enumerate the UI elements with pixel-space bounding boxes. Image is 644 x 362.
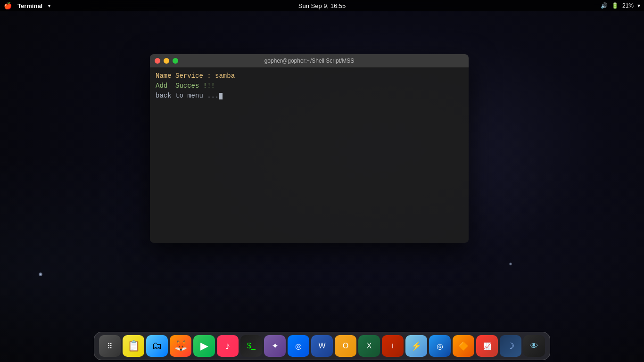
dock-icon-chart[interactable]: 📈 xyxy=(476,335,498,357)
terminal-window: gopher@gopher:~/Shell Script/MSS Name Se… xyxy=(150,54,469,243)
dock-icon-blue-app[interactable]: ☽ xyxy=(500,335,521,357)
menubar-datetime: Sun Sep 9, 16:55 xyxy=(298,2,346,9)
terminal-cursor xyxy=(219,93,223,99)
dock-icon-music[interactable]: ♪ xyxy=(217,335,239,357)
dock-icon-browser[interactable]: ◎ xyxy=(288,335,309,357)
menubar-right: 🔊 🔋 21% ▾ xyxy=(601,2,640,9)
dock-icon-bolt-app[interactable]: ⚡ xyxy=(405,335,427,357)
dock-icon-finder[interactable]: 🗂 xyxy=(146,335,168,357)
terminal-titlebar: gopher@gopher:~/Shell Script/MSS xyxy=(150,54,469,67)
battery-percentage: 21% xyxy=(622,2,634,9)
dock-icon-torrent[interactable]: ◎ xyxy=(429,335,451,357)
dock-icon-notes[interactable]: 📋 xyxy=(123,335,144,357)
maximize-button[interactable] xyxy=(173,58,178,64)
dock-icon-vlc[interactable]: 🔶 xyxy=(453,335,474,357)
dock-icon-excel[interactable]: X xyxy=(358,335,380,357)
dock-icon-red-app[interactable]: I xyxy=(382,335,404,357)
dock-icon-grid[interactable]: ⠿ xyxy=(99,335,121,357)
battery-icon: 🔋 xyxy=(611,2,619,9)
dock-icon-outlook[interactable]: O xyxy=(335,335,356,357)
dock-icon-media-player[interactable]: ▶ xyxy=(193,335,215,357)
dock-icon-visual-studio[interactable]: ✦ xyxy=(264,335,286,357)
volume-icon: 🔊 xyxy=(601,2,608,9)
apple-menu-icon[interactable]: 🍎 xyxy=(4,2,12,9)
menubar: 🍎 Terminal ▾ Sun Sep 9, 16:55 🔊 🔋 21% ▾ xyxy=(0,0,644,11)
menubar-app-arrow: ▾ xyxy=(48,3,50,8)
dock: ⠿📋🗂🦊▶♪$_✦◎WOXI⚡◎🔶📈☽👁 xyxy=(94,332,550,360)
menubar-app-name[interactable]: Terminal xyxy=(17,2,42,9)
minimize-button[interactable] xyxy=(164,58,169,64)
terminal-title: gopher@gopher:~/Shell Script/MSS xyxy=(264,58,355,64)
close-button[interactable] xyxy=(155,58,160,64)
dock-icon-terminal[interactable]: $_ xyxy=(240,335,262,357)
dock-icon-word[interactable]: W xyxy=(311,335,333,357)
battery-arrow: ▾ xyxy=(637,2,640,9)
dock-icon-firefox[interactable]: 🦊 xyxy=(170,335,191,357)
dock-icon-eye-app[interactable]: 👁 xyxy=(523,335,545,357)
terminal-line-2: Add Succes !!! xyxy=(156,81,463,91)
terminal-body[interactable]: Name Service : samba Add Succes !!! back… xyxy=(150,67,469,243)
terminal-line-1: Name Service : samba xyxy=(156,71,463,81)
menubar-left: 🍎 Terminal ▾ xyxy=(4,2,50,9)
terminal-line-3: back to menu ... xyxy=(156,91,463,101)
